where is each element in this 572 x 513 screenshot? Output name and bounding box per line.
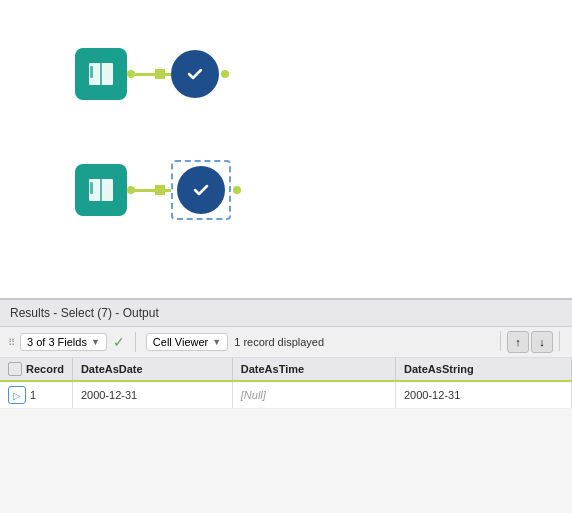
check-node-2[interactable]	[177, 166, 225, 214]
cell-date-as-date: 2000-12-31	[72, 381, 232, 409]
nav-down-button[interactable]: ↓	[531, 331, 553, 353]
book-node-2[interactable]	[75, 164, 127, 216]
svg-point-5	[184, 63, 206, 85]
svg-rect-10	[90, 182, 93, 194]
svg-rect-4	[90, 66, 93, 78]
book-icon-2	[85, 174, 117, 206]
toolbar-divider-2	[500, 331, 501, 351]
book-node-1[interactable]	[75, 48, 127, 100]
results-title: Results - Select (7) - Output	[10, 306, 159, 320]
table-body: ▷ 1 2000-12-31 [Null] 2000-12-31	[0, 381, 572, 409]
connector-2	[127, 185, 171, 195]
book-icon-1	[85, 58, 117, 90]
check-icon-2	[189, 178, 213, 202]
col-date-as-time: DateAsTime	[232, 358, 395, 381]
cell-date-as-time: [Null]	[232, 381, 395, 409]
canvas-area	[0, 0, 572, 300]
toolbar-divider-3	[559, 331, 560, 351]
results-toolbar: ⠿ 3 of 3 Fields ▼ ✓ Cell Viewer ▼ 1 reco…	[0, 327, 572, 358]
table-header: Record DateAsDate DateAsTime DateAsStrin…	[0, 358, 572, 381]
workflow-row-2	[75, 160, 241, 220]
drag-handle: ⠿	[8, 337, 14, 348]
results-panel: Results - Select (7) - Output ⠿ 3 of 3 F…	[0, 300, 572, 513]
svg-rect-7	[102, 179, 113, 201]
col-date-as-string: DateAsString	[395, 358, 571, 381]
viewer-chevron-icon: ▼	[212, 337, 221, 347]
svg-rect-1	[102, 63, 113, 85]
nav-arrows: ↑ ↓	[496, 331, 564, 353]
fields-label: 3 of 3 Fields	[27, 336, 87, 348]
check-node-1[interactable]	[171, 50, 219, 98]
check-node-2-selected[interactable]	[171, 160, 231, 220]
record-count: 1 record displayed	[234, 336, 324, 348]
data-table: Record DateAsDate DateAsTime DateAsStrin…	[0, 358, 572, 409]
viewer-dropdown[interactable]: Cell Viewer ▼	[146, 333, 228, 351]
cell-date-as-string: 2000-12-31	[395, 381, 571, 409]
nav-up-button[interactable]: ↑	[507, 331, 529, 353]
table-header-row: Record DateAsDate DateAsTime DateAsStrin…	[0, 358, 572, 381]
results-header: Results - Select (7) - Output	[0, 300, 572, 327]
toolbar-divider-1	[135, 332, 136, 352]
confirm-icon: ✓	[113, 334, 125, 350]
cell-record: ▷ 1	[0, 381, 72, 409]
col-date-as-date: DateAsDate	[72, 358, 232, 381]
output-dot-2	[233, 186, 241, 194]
fields-dropdown[interactable]: 3 of 3 Fields ▼	[20, 333, 107, 351]
results-table: Record DateAsDate DateAsTime DateAsStrin…	[0, 358, 572, 513]
viewer-label: Cell Viewer	[153, 336, 208, 348]
output-dot-1	[221, 70, 229, 78]
svg-point-11	[190, 179, 212, 201]
workflow-row-1	[75, 48, 229, 100]
check-icon-1	[183, 62, 207, 86]
connector-1	[127, 69, 171, 79]
fields-chevron-icon: ▼	[91, 337, 100, 347]
col-record: Record	[0, 358, 72, 381]
table-row: ▷ 1 2000-12-31 [Null] 2000-12-31	[0, 381, 572, 409]
row-action-icon[interactable]: ▷	[8, 386, 26, 404]
checkbox-icon[interactable]	[8, 362, 22, 376]
